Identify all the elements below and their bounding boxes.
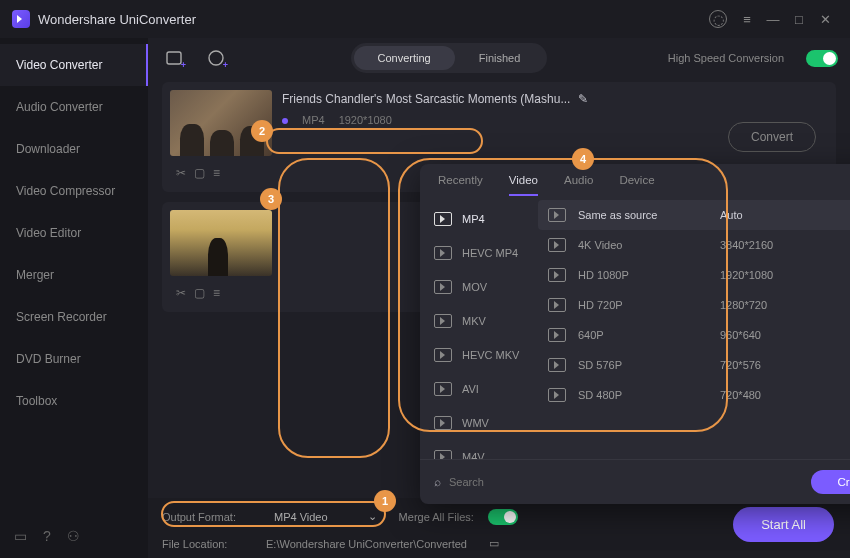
- svg-rect-0: [167, 52, 181, 64]
- popup-tab-device[interactable]: Device: [619, 174, 654, 196]
- popup-tabs: Recently Video Audio Device: [420, 164, 850, 196]
- svg-point-1: [209, 51, 223, 65]
- sidebar-item-video-editor[interactable]: Video Editor: [0, 212, 148, 254]
- sidebar-item-video-converter[interactable]: Video Converter: [0, 44, 148, 86]
- format-wmv[interactable]: WMV: [420, 406, 538, 440]
- topbar: + + Converting Finished High Speed Conve…: [148, 38, 850, 78]
- minimize-button[interactable]: —: [760, 6, 786, 32]
- file-format: MP4: [302, 114, 325, 126]
- callout-3: 3: [260, 188, 282, 210]
- format-hevc-mkv[interactable]: HEVC MKV: [420, 338, 538, 372]
- output-format-label: Output Format:: [162, 511, 252, 523]
- help-icon[interactable]: ?: [43, 528, 51, 544]
- file-location-value: E:\Wondershare UniConverter\Converted: [266, 538, 467, 550]
- app-title: Wondershare UniConverter: [38, 12, 196, 27]
- format-mov[interactable]: MOV: [420, 270, 538, 304]
- sidebar-item-downloader[interactable]: Downloader: [0, 128, 148, 170]
- sidebar-item-merger[interactable]: Merger: [0, 254, 148, 296]
- resolution-480p[interactable]: SD 480P720*480✎: [538, 380, 850, 410]
- format-m4v[interactable]: M4V: [420, 440, 538, 459]
- merge-all-label: Merge All Files:: [399, 511, 474, 523]
- sidebar-item-toolbox[interactable]: Toolbox: [0, 380, 148, 422]
- file-location-label: File Location:: [162, 538, 252, 550]
- add-dvd-button[interactable]: +: [202, 44, 230, 72]
- popup-tab-recently[interactable]: Recently: [438, 174, 483, 196]
- high-speed-toggle[interactable]: [806, 50, 838, 67]
- edit-title-icon[interactable]: ✎: [578, 92, 588, 106]
- format-hevc-mp4[interactable]: HEVC MP4: [420, 236, 538, 270]
- output-format-value: MP4 Video: [274, 511, 328, 523]
- format-mkv[interactable]: MKV: [420, 304, 538, 338]
- status-tabs: Converting Finished: [351, 43, 548, 73]
- high-speed-label: High Speed Conversion: [668, 52, 784, 64]
- merge-all-toggle[interactable]: [488, 509, 518, 525]
- search-input[interactable]: [449, 476, 801, 488]
- popup-tab-audio[interactable]: Audio: [564, 174, 593, 196]
- search-box[interactable]: ⌕: [434, 475, 801, 489]
- start-all-button[interactable]: Start All: [733, 507, 834, 542]
- tab-converting[interactable]: Converting: [354, 46, 455, 70]
- resolution-720p[interactable]: HD 720P1280*720✎: [538, 290, 850, 320]
- titlebar: Wondershare UniConverter ◌ ≡ — □ ✕: [0, 0, 850, 38]
- crop-icon[interactable]: ▢: [194, 166, 205, 180]
- effects-icon[interactable]: ≡: [213, 166, 220, 180]
- format-popup: Recently Video Audio Device MP4 HEVC MP4…: [420, 164, 850, 504]
- callout-2: 2: [251, 120, 273, 142]
- create-button[interactable]: Create: [811, 470, 850, 494]
- sidebar: Video Converter Audio Converter Download…: [0, 38, 148, 558]
- file-title: Friends Chandler's Most Sarcastic Moment…: [282, 92, 570, 106]
- resolution-4k[interactable]: 4K Video3840*2160✎: [538, 230, 850, 260]
- cut-icon[interactable]: ✂: [176, 166, 186, 180]
- tab-finished[interactable]: Finished: [455, 46, 545, 70]
- add-file-button[interactable]: +: [160, 44, 188, 72]
- book-icon[interactable]: ▭: [14, 528, 27, 544]
- sidebar-item-dvd-burner[interactable]: DVD Burner: [0, 338, 148, 380]
- thumbnail[interactable]: [170, 210, 272, 276]
- resolution-640p[interactable]: 640P960*640✎: [538, 320, 850, 350]
- format-mp4[interactable]: MP4: [420, 202, 538, 236]
- convert-button[interactable]: Convert: [728, 122, 816, 152]
- menu-icon[interactable]: ≡: [734, 6, 760, 32]
- sidebar-item-audio-converter[interactable]: Audio Converter: [0, 86, 148, 128]
- open-folder-icon[interactable]: ▭: [489, 537, 499, 550]
- close-button[interactable]: ✕: [812, 6, 838, 32]
- output-format-dropdown[interactable]: MP4 Video ⌄: [266, 506, 385, 527]
- sidebar-item-video-compressor[interactable]: Video Compressor: [0, 170, 148, 212]
- file-resolution: 1920*1080: [339, 114, 392, 126]
- resolution-1080p[interactable]: HD 1080P1920*1080✎: [538, 260, 850, 290]
- chevron-down-icon: ⌄: [368, 510, 377, 523]
- app-logo-icon: [12, 10, 30, 28]
- resolution-same-as-source[interactable]: Same as sourceAuto✎: [538, 200, 850, 230]
- format-list: MP4 HEVC MP4 MOV MKV HEVC MKV AVI WMV M4…: [420, 196, 538, 459]
- maximize-button[interactable]: □: [786, 6, 812, 32]
- sidebar-item-screen-recorder[interactable]: Screen Recorder: [0, 296, 148, 338]
- format-avi[interactable]: AVI: [420, 372, 538, 406]
- effects-icon[interactable]: ≡: [213, 286, 220, 300]
- content: + + Converting Finished High Speed Conve…: [148, 38, 850, 558]
- resolution-list: Same as sourceAuto✎ 4K Video3840*2160✎ H…: [538, 196, 850, 459]
- callout-1: 1: [374, 490, 396, 512]
- user-icon[interactable]: ◌: [708, 6, 734, 32]
- people-icon[interactable]: ⚇: [67, 528, 80, 544]
- crop-icon[interactable]: ▢: [194, 286, 205, 300]
- search-icon: ⌕: [434, 475, 441, 489]
- callout-4: 4: [572, 148, 594, 170]
- popup-tab-video[interactable]: Video: [509, 174, 538, 196]
- resolution-576p[interactable]: SD 576P720*576✎: [538, 350, 850, 380]
- cut-icon[interactable]: ✂: [176, 286, 186, 300]
